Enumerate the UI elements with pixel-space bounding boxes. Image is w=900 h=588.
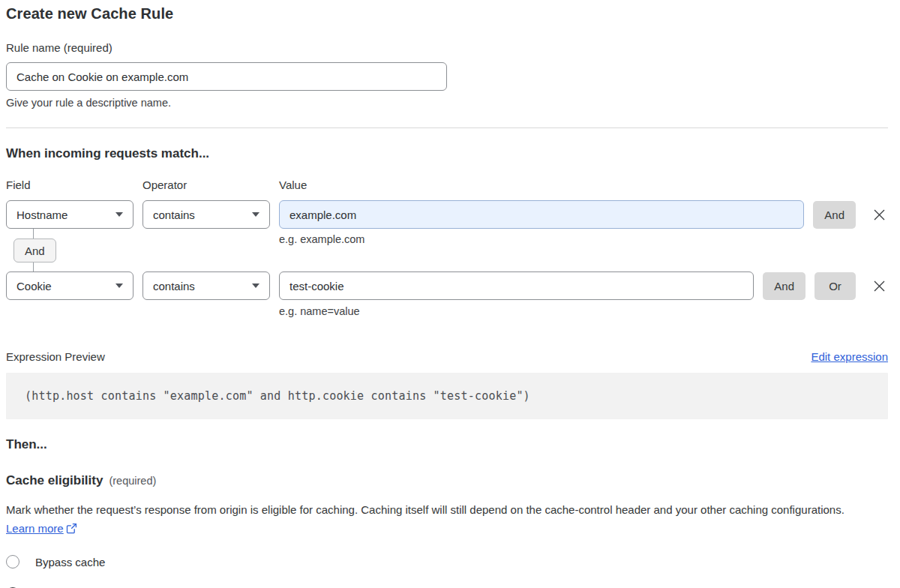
- expression-preview-header: Expression Preview Edit expression: [6, 350, 888, 363]
- remove-condition-button-1[interactable]: [870, 206, 888, 224]
- field-select-2[interactable]: Cookie: [6, 272, 134, 300]
- external-link-icon: [66, 523, 77, 534]
- edit-expression-link[interactable]: Edit expression: [811, 350, 888, 363]
- value-input-1[interactable]: [279, 200, 804, 229]
- close-icon: [873, 280, 886, 292]
- field-column-label: Field: [6, 178, 142, 191]
- expression-code: (http.host contains "example.com" and ht…: [25, 389, 530, 403]
- value-column-label: Value: [279, 178, 888, 191]
- section-divider: [6, 128, 888, 128]
- operator-column-label: Operator: [142, 178, 279, 191]
- remove-condition-button-2[interactable]: [870, 277, 888, 295]
- operator-select-1[interactable]: contains: [142, 200, 270, 229]
- then-heading: Then...: [6, 437, 888, 452]
- expression-preview-label: Expression Preview: [6, 350, 105, 363]
- condition-row-1: Hostname contains And: [6, 200, 888, 229]
- rule-name-helper: Give your rule a descriptive name.: [6, 97, 888, 109]
- operator-select-2-value: contains: [153, 280, 195, 292]
- value-input-2[interactable]: [279, 272, 754, 300]
- eligibility-description: Mark whether the request’s response from…: [6, 500, 876, 538]
- eligibility-description-text: Mark whether the request’s response from…: [6, 503, 844, 516]
- add-and-button-1[interactable]: And: [813, 201, 856, 229]
- connector-and-chip: And: [14, 238, 56, 262]
- operator-select-2[interactable]: contains: [142, 272, 270, 300]
- value-helper-2: e.g. name=value: [279, 305, 888, 317]
- field-select-2-value: Cookie: [16, 280, 52, 292]
- radio-label-bypass-cache: Bypass cache: [35, 556, 105, 568]
- radio-unselected-icon[interactable]: [6, 555, 20, 568]
- chevron-down-icon: [116, 284, 123, 288]
- match-heading: When incoming requests match...: [6, 146, 888, 160]
- cache-eligibility-heading: Cache eligibility: [6, 473, 103, 488]
- value-helper-1: e.g. example.com: [279, 233, 364, 245]
- close-icon: [873, 208, 886, 221]
- rule-name-input[interactable]: [6, 62, 447, 91]
- condition-connector: And e.g. example.com: [6, 229, 888, 272]
- cache-eligibility-header: Cache eligibility (required): [6, 473, 888, 488]
- chevron-down-icon: [252, 284, 260, 288]
- add-or-button-2[interactable]: Or: [814, 272, 856, 300]
- create-cache-rule-page: Create new Cache Rule Rule name (require…: [0, 0, 900, 588]
- add-and-button-2[interactable]: And: [763, 272, 806, 300]
- field-select-1[interactable]: Hostname: [6, 200, 134, 229]
- chevron-down-icon: [116, 212, 123, 217]
- field-select-1-value: Hostname: [16, 208, 68, 221]
- required-note: (required): [109, 475, 156, 487]
- radio-option-bypass-cache[interactable]: Bypass cache: [6, 555, 105, 568]
- chevron-down-icon: [252, 212, 260, 217]
- learn-more-link[interactable]: Learn more: [6, 522, 64, 535]
- operator-select-1-value: contains: [153, 208, 195, 221]
- page-title: Create new Cache Rule: [6, 4, 888, 23]
- expression-preview-code-block: (http.host contains "example.com" and ht…: [6, 373, 888, 419]
- condition-column-labels: Field Operator Value: [6, 178, 888, 191]
- rule-name-label: Rule name (required): [6, 42, 888, 54]
- condition-row-2: Cookie contains And Or: [6, 272, 888, 300]
